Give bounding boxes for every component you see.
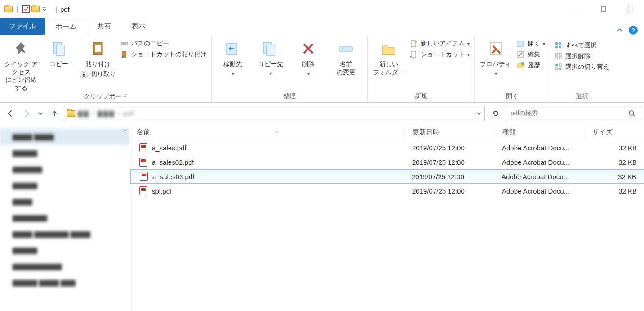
copy-to-button[interactable]: コピー先 ▾ — [254, 38, 287, 76]
chevron-down-icon[interactable] — [476, 111, 482, 116]
forward-button[interactable] — [20, 107, 33, 120]
collapse-ribbon-icon[interactable] — [616, 27, 623, 34]
move-to-button[interactable]: 移動先 ▾ — [216, 38, 249, 76]
sidebar-item[interactable]: ▇▇▇▇▇ — [0, 177, 130, 194]
file-row[interactable]: spl.pdf2019/07/25 12:00Adobe Acrobat Doc… — [130, 184, 644, 198]
svg-rect-14 — [342, 48, 342, 50]
address-bar[interactable]: ▇▇ › ▇▇▇ › pdf — [64, 106, 485, 121]
file-row[interactable]: a_sales03.pdf2019/07/25 12:00Adobe Acrob… — [130, 169, 644, 184]
file-view: 名前 更新日時 種類 サイズ a_sales.pdf2019/07/25 12:… — [130, 124, 644, 311]
paste-button[interactable]: 貼り付け — [84, 38, 111, 68]
cut-button[interactable]: 切り取り — [80, 70, 116, 78]
sidebar-item[interactable]: ▇▇▇▇ ▇▇▇▇ — [0, 129, 130, 145]
copy-button[interactable]: コピー — [42, 38, 76, 68]
svg-rect-32 — [555, 68, 558, 70]
search-placeholder: pdfの検索 — [511, 109, 628, 117]
file-date: 2019/07/25 12:00 — [406, 187, 496, 195]
sidebar-item[interactable]: ▇▇▇▇ — [0, 194, 130, 210]
group-label-open: 開く — [479, 91, 545, 101]
pdf-icon — [139, 186, 147, 195]
qat-dropdown-icon[interactable] — [41, 7, 48, 11]
move-to-label: 移動先 — [223, 60, 242, 68]
sidebar-item[interactable]: ▇▇▇▇▇ — [0, 145, 130, 161]
pdf-icon — [139, 158, 147, 167]
file-date: 2019/07/25 12:00 — [406, 158, 496, 166]
edit-button[interactable]: 編集 — [517, 50, 545, 59]
select-all-button[interactable]: すべて選択 — [555, 41, 609, 50]
new-folder-button[interactable]: 新しい フォルダー — [372, 38, 405, 76]
group-label-select: 選択 — [555, 91, 609, 101]
minimize-button[interactable] — [563, 0, 590, 18]
sidebar-item[interactable]: ▇▇▇▇▇▇▇ — [0, 210, 130, 226]
sidebar-item[interactable]: ▇▇▇▇▇ — [0, 242, 130, 258]
svg-rect-0 — [601, 7, 606, 11]
properties-button[interactable]: プロパティ ▾ — [479, 38, 512, 76]
address-path: ▇▇ › ▇▇▇ › pdf — [78, 110, 474, 117]
chevron-down-icon[interactable] — [123, 128, 127, 132]
new-item-button[interactable]: 新しいアイテム ▾ — [410, 40, 470, 48]
copy-to-label: コピー先 — [258, 60, 283, 68]
svg-rect-27 — [559, 53, 561, 55]
new-folder-label: 新しい フォルダー — [373, 60, 404, 76]
chevron-down-icon: ▾ — [467, 41, 470, 46]
help-icon[interactable]: ? — [629, 26, 638, 35]
chevron-down-icon: ▾ — [232, 71, 234, 76]
search-box[interactable]: pdfの検索 — [506, 106, 640, 121]
column-headers: 名前 更新日時 種類 サイズ — [130, 124, 644, 140]
ribbon-group-clipboard: クイック アクセス にピン留めする コピー 貼り付け 切り取り — [0, 35, 212, 102]
file-row[interactable]: a_sales.pdf2019/07/25 12:00Adobe Acrobat… — [130, 140, 644, 155]
refresh-button[interactable] — [488, 106, 503, 121]
svg-rect-19 — [518, 41, 523, 46]
qat-newfolder-icon[interactable] — [31, 6, 40, 12]
select-none-label: 選択解除 — [565, 52, 591, 60]
navigation-pane[interactable]: ▇▇▇▇ ▇▇▇▇ ▇▇▇▇▇ ▇▇▇▇▇▇ ▇▇▇▇▇ ▇▇▇▇ ▇▇▇▇▇▇… — [0, 124, 130, 311]
delete-label: 削除 — [302, 60, 315, 68]
sidebar-item[interactable]: ▇▇▇▇▇▇▇▇▇▇ — [0, 258, 130, 275]
close-button[interactable] — [617, 0, 644, 18]
sidebar-item[interactable]: ▇▇▇▇▇ ▇▇▇▇ ▇▇▇ — [0, 275, 130, 291]
back-button[interactable] — [4, 107, 17, 120]
file-row[interactable]: a_sales02.pdf2019/07/25 12:00Adobe Acrob… — [130, 155, 644, 169]
history-button[interactable]: 履歴 — [517, 61, 545, 69]
rename-button[interactable]: 名前 の変更 — [329, 38, 363, 76]
pin-quickaccess-button[interactable]: クイック アクセス にピン留めする — [4, 38, 38, 92]
qat-properties-icon[interactable] — [22, 5, 30, 13]
open-button[interactable]: 開く ▾ — [517, 40, 545, 48]
rename-label: 名前 の変更 — [337, 60, 355, 76]
copy-label: コピー — [49, 60, 68, 68]
svg-rect-31 — [559, 64, 561, 66]
column-size[interactable]: サイズ — [586, 124, 644, 140]
ribbon-tabstrip: ファイル ホーム 共有 表示 ? — [0, 18, 644, 35]
file-name: a_sales02.pdf — [152, 158, 194, 166]
edit-label: 編集 — [528, 50, 540, 59]
column-kind[interactable]: 種類 — [496, 124, 586, 140]
invert-selection-button[interactable]: 選択の切り替え — [555, 63, 609, 71]
body: ▇▇▇▇ ▇▇▇▇ ▇▇▇▇▇ ▇▇▇▇▇▇ ▇▇▇▇▇ ▇▇▇▇ ▇▇▇▇▇▇… — [0, 124, 644, 311]
svg-text:abc: abc — [122, 42, 127, 45]
file-kind: Adobe Acrobat Docu... — [496, 158, 586, 166]
column-name[interactable]: 名前 — [130, 124, 406, 140]
col-size-label: サイズ — [592, 128, 613, 136]
chevron-down-icon: ▾ — [270, 71, 272, 76]
tab-share[interactable]: 共有 — [87, 18, 121, 35]
paste-shortcut-button[interactable]: ショートカットの貼り付け — [120, 50, 207, 59]
file-kind: Adobe Acrobat Docu... — [496, 144, 586, 152]
maximize-button[interactable] — [590, 0, 617, 18]
copy-path-button[interactable]: abc パスのコピー — [120, 40, 207, 48]
sidebar-item[interactable]: ▇▇▇▇ ▇▇▇▇▇▇▇ ▇▇▇▇ — [0, 226, 130, 242]
column-date[interactable]: 更新日時 — [406, 124, 496, 140]
tab-view[interactable]: 表示 — [121, 18, 155, 35]
cut-label: 切り取り — [91, 70, 116, 78]
invert-label: 選択の切り替え — [565, 63, 609, 71]
select-none-button[interactable]: 選択解除 — [555, 52, 609, 60]
tab-file[interactable]: ファイル — [0, 18, 45, 35]
delete-button[interactable]: 削除 ▾ — [292, 38, 325, 76]
up-button[interactable] — [48, 107, 61, 120]
sidebar-item[interactable]: ▇▇▇▇▇▇ — [0, 161, 130, 177]
recent-locations-button[interactable] — [36, 107, 45, 120]
open-label: 開く — [528, 40, 540, 48]
new-item-label: 新しいアイテム — [421, 40, 465, 48]
tab-home[interactable]: ホーム — [45, 18, 87, 35]
pdf-icon — [139, 143, 147, 152]
new-shortcut-button[interactable]: ショートカット ▾ — [410, 50, 470, 59]
